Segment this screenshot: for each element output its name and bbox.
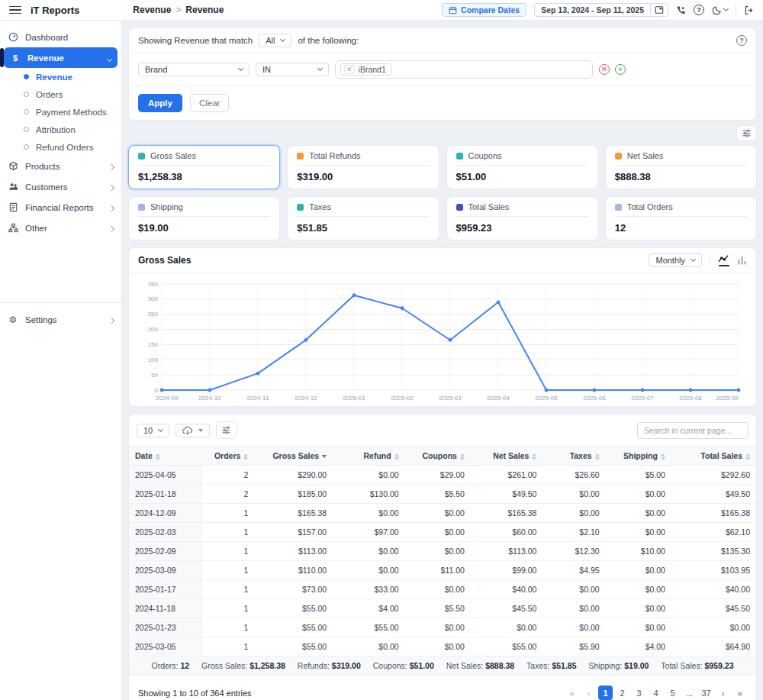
last-page-button[interactable]: » xyxy=(732,685,747,700)
sort-icon xyxy=(156,453,160,460)
sort-icon xyxy=(460,453,465,460)
table-settings-sliders-icon[interactable] xyxy=(216,421,237,439)
stat-card-taxes[interactable]: Taxes$51.85 xyxy=(287,196,439,240)
match-type-select[interactable]: All xyxy=(259,34,291,47)
page-button-1[interactable]: 1 xyxy=(598,685,613,700)
table-row[interactable]: 2025-04-052$290.00$0.00$29.00$261.00$26.… xyxy=(129,466,756,485)
table-row[interactable]: 2025-01-171$73.00$33.00$0.00$40.00$0.00$… xyxy=(129,580,756,599)
sidebar-item-customers[interactable]: Customers xyxy=(0,176,121,197)
page-size-select[interactable]: 10 xyxy=(137,424,169,437)
chevron-down-icon xyxy=(238,66,243,71)
add-condition-icon[interactable]: + xyxy=(615,64,626,75)
table-row[interactable]: 2025-03-091$110.00$0.00$11.00$99.00$4.95… xyxy=(129,561,756,580)
stat-card-shipping[interactable]: Shipping$19.00 xyxy=(128,196,280,240)
column-header-shipping[interactable]: Shipping xyxy=(606,447,671,466)
sidebar-item-settings[interactable]: ⚙ Settings xyxy=(0,309,121,330)
phone-support-icon[interactable] xyxy=(676,5,686,15)
sidebar-item-financial-reports[interactable]: Financial Reports xyxy=(0,197,121,218)
theme-moon-icon[interactable] xyxy=(712,5,728,15)
page-button-2[interactable]: 2 xyxy=(615,685,629,700)
sort-icon xyxy=(394,453,399,460)
column-header-refund[interactable]: Refund xyxy=(333,447,405,466)
compare-dates-button[interactable]: Compare Dates xyxy=(442,3,526,17)
apply-button[interactable]: Apply xyxy=(138,94,182,112)
sidebar-subitem-attribution[interactable]: Attribution xyxy=(0,121,121,138)
cell-value: $185.00 xyxy=(254,485,333,504)
date-range-value[interactable]: Sep 13, 2024 - Sep 11, 2025 xyxy=(535,4,650,16)
cell-value: $97.00 xyxy=(333,523,405,542)
page-button-37[interactable]: 37 xyxy=(699,685,713,700)
other-icon xyxy=(8,223,18,233)
next-page-button[interactable]: › xyxy=(716,685,730,700)
table-row[interactable]: 2025-03-051$55.00$0.00$0.00$55.00$5.90$4… xyxy=(129,637,756,656)
remove-tag-icon[interactable]: ✕ xyxy=(344,65,355,74)
page-button-4[interactable]: 4 xyxy=(649,685,663,700)
svg-text:300: 300 xyxy=(148,295,159,302)
stat-card-value: $19.00 xyxy=(138,217,270,234)
cell-value: $113.00 xyxy=(471,542,543,561)
date-range-picker[interactable]: Sep 13, 2024 - Sep 11, 2025 xyxy=(534,3,668,17)
column-header-taxes[interactable]: Taxes xyxy=(542,447,605,466)
sidebar-item-dashboard[interactable]: Dashboard xyxy=(0,27,121,47)
stat-card-total-refunds[interactable]: Total Refunds$319.00 xyxy=(287,145,439,189)
stat-card-total-sales[interactable]: Total Sales$959.23 xyxy=(446,196,598,240)
sidebar-subitem-revenue[interactable]: Revenue xyxy=(0,68,121,85)
cell-value: 1 xyxy=(201,618,255,637)
filter-operator-select[interactable]: IN xyxy=(256,63,329,76)
page-button-5[interactable]: 5 xyxy=(665,685,680,700)
stat-card-total-orders[interactable]: Total Orders12 xyxy=(605,196,757,240)
breadcrumb-section[interactable]: Revenue xyxy=(133,5,171,15)
column-header-orders[interactable]: Orders xyxy=(201,447,255,466)
line-chart-toggle-icon[interactable] xyxy=(718,254,729,266)
sidebar-item-products[interactable]: Products xyxy=(0,156,121,176)
remove-condition-icon[interactable]: ✕ xyxy=(599,64,610,75)
help-icon[interactable]: ? xyxy=(694,5,704,15)
table-row[interactable]: 2025-01-182$185.00$130.00$5.50$49.50$0.0… xyxy=(129,485,756,504)
stat-card-header: Net Sales xyxy=(615,151,747,166)
column-header-date[interactable]: Date xyxy=(129,447,201,466)
totals-item: Refunds: $319.00 xyxy=(298,661,361,670)
cell-value: $29.00 xyxy=(405,466,471,485)
bullet-icon xyxy=(24,109,29,115)
page-ellipsis[interactable]: ... xyxy=(682,685,697,700)
sidebar-subitem-refund-orders[interactable]: Refund Orders xyxy=(0,138,121,156)
stat-card-coupons[interactable]: Coupons$51.00 xyxy=(446,145,598,189)
column-header-total-sales[interactable]: Total Sales xyxy=(671,447,756,466)
bar-chart-toggle-icon[interactable] xyxy=(737,256,747,265)
search-input[interactable] xyxy=(637,422,749,439)
svg-text:350: 350 xyxy=(148,281,159,288)
sidebar-subitem-orders[interactable]: Orders xyxy=(0,85,121,103)
filter-help-icon[interactable]: ? xyxy=(736,35,747,46)
sidebar-subitem-label: Refund Orders xyxy=(36,143,93,152)
first-page-button[interactable]: « xyxy=(565,685,579,700)
filter-field-select[interactable]: Brand xyxy=(138,63,250,76)
filter-value-input[interactable]: ✕ iBrand1 xyxy=(335,60,593,79)
clear-button[interactable]: Clear xyxy=(190,94,229,112)
sidebar-item-revenue[interactable]: $Revenue xyxy=(4,47,118,68)
legend-dot-icon xyxy=(456,153,463,160)
table-row[interactable]: 2024-11-181$55.00$4.00$5.50$45.50$0.00$0… xyxy=(129,599,756,618)
table-row[interactable]: 2025-01-231$55.00$55.00$0.00$0.00$0.00$0… xyxy=(129,618,756,637)
page-button-3[interactable]: 3 xyxy=(632,685,646,700)
cards-settings-sliders-icon[interactable] xyxy=(736,125,757,141)
line-chart[interactable]: 0501001502002503003502024-092024-102024-… xyxy=(129,273,756,406)
column-header-gross-sales[interactable]: Gross Sales xyxy=(254,447,333,466)
table-row[interactable]: 2025-02-091$113.00$0.00$0.00$113.00$12.3… xyxy=(129,542,756,561)
hamburger-menu-icon[interactable] xyxy=(9,6,21,15)
chart-interval-select[interactable]: Monthly xyxy=(649,253,702,267)
table-row[interactable]: 2025-02-031$157.00$97.00$0.00$60.00$2.10… xyxy=(129,523,756,542)
logout-icon[interactable] xyxy=(744,5,754,15)
sidebar-subitem-payment-methods[interactable]: Payment Methods xyxy=(0,103,121,121)
cell-value: $0.00 xyxy=(606,523,671,542)
stat-card-gross-sales[interactable]: Gross Sales$1,258.38 xyxy=(128,145,280,189)
column-header-net-sales[interactable]: Net Sales xyxy=(471,447,543,466)
date-panel-toggle-icon[interactable] xyxy=(650,4,668,16)
stat-card-net-sales[interactable]: Net Sales$888.38 xyxy=(605,145,757,189)
export-button[interactable] xyxy=(175,424,210,437)
column-header-coupons[interactable]: Coupons xyxy=(405,447,471,466)
totals-item: Coupons: $51.00 xyxy=(373,661,434,670)
prev-page-button[interactable]: ‹ xyxy=(581,685,596,700)
table-row[interactable]: 2024-12-091$165.38$0.00$0.00$165.38$0.00… xyxy=(129,504,756,523)
sidebar-item-other[interactable]: Other xyxy=(0,218,121,238)
cell-value: $4.00 xyxy=(606,637,671,656)
